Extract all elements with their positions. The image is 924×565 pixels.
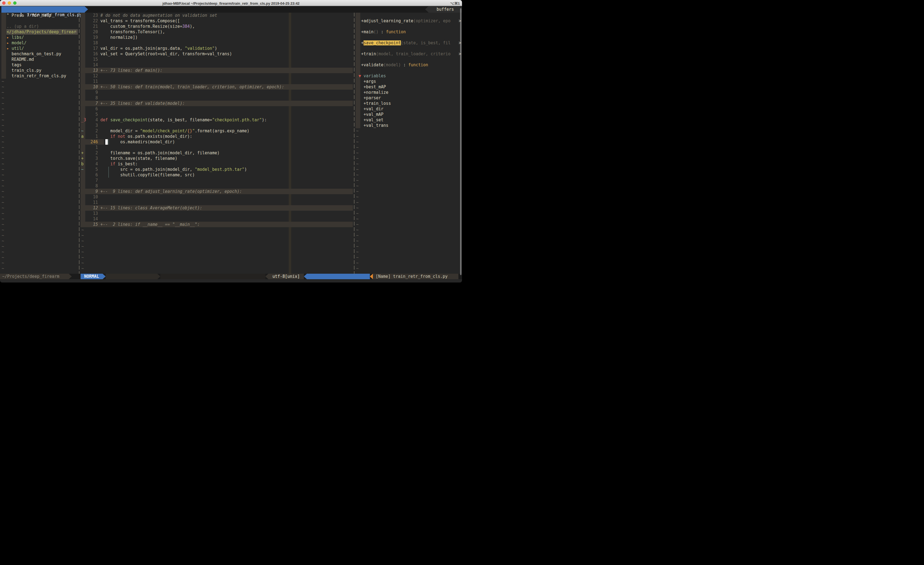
empty-line-tilde: ~ [0, 194, 78, 200]
tree-item[interactable]: train_retr_from_cls.py [0, 73, 78, 79]
tagbar-item[interactable]: +main() : function [356, 29, 462, 35]
empty-line-tilde: ~ [356, 266, 462, 271]
empty-line-tilde: ~ [356, 194, 462, 200]
code-line[interactable]: 17val_dir = os.path.join(args.data, "val… [81, 46, 353, 51]
folded-line[interactable]: 7+-- 35 lines: def validate(model): [81, 101, 353, 106]
window-separator-right[interactable] [353, 13, 356, 274]
folded-line[interactable]: 12+-- 15 lines: class AverageMeter(objec… [81, 205, 353, 211]
empty-line-tilde: ~ [0, 112, 78, 117]
code-line[interactable]: 2+ filename = os.path.join(model_dir, fi… [81, 150, 353, 156]
code-line[interactable]: 2~ model_dir = "model/check_point/{}".fo… [81, 128, 353, 134]
code-line[interactable]: 19 normalize]) [81, 35, 353, 40]
tagbar-item[interactable]: +save_checkpoint(state, is_best, fil> [356, 40, 462, 46]
code-line[interactable]: 15 [81, 57, 353, 62]
code-line[interactable]: 22val_trans = transforms.Compose([ [81, 18, 353, 24]
empty-line-tilde: ~ [81, 227, 353, 233]
code-line[interactable]: 5 [81, 112, 353, 117]
code-line[interactable]: 16val_set = QuerySet(root=val_dir, trans… [81, 51, 353, 57]
folded-line[interactable]: 9+-- 9 lines: def adjust_learning_rate(o… [81, 189, 353, 194]
code-line[interactable]: 13 [81, 211, 353, 216]
empty-line-tilde: ~ [356, 167, 462, 172]
command-line[interactable] [0, 279, 462, 282]
empty-line-tilde: ~ [81, 238, 353, 244]
tree-item[interactable]: ▸ util/ [0, 46, 78, 51]
powerline-arrow-icon [103, 274, 106, 279]
tree-item[interactable]: ▸ libs/ [0, 35, 78, 40]
tree-item[interactable]: ▸ model/ [0, 40, 78, 46]
code-line[interactable]: 10 [81, 194, 353, 200]
tagbar-item[interactable]: +train(model, train_loader, criterio> [356, 51, 462, 57]
code-line[interactable]: 8 [81, 183, 353, 189]
tagbar-item[interactable]: +val_trans [356, 123, 462, 128]
code-line[interactable]: 1 [81, 145, 353, 150]
code-line[interactable]: 4b if is_best: [81, 161, 353, 167]
scrollbar-thumb[interactable] [460, 8, 462, 275]
code-line[interactable]: 20 transforms.ToTensor(), [81, 29, 353, 35]
code-line[interactable]: 5~ src = os.path.join(model_dir, "model_… [81, 167, 353, 172]
code-line[interactable]: 1a if not os.path.exists(model_dir): [81, 134, 353, 139]
window-separator-left[interactable] [78, 13, 81, 274]
folded-line[interactable]: 10+-- 50 lines: def train(model, train_l… [81, 84, 353, 90]
nerdtree-statusline-path: ~/Projects/deep_firearm [0, 274, 69, 279]
code-line[interactable]: 14 [81, 216, 353, 222]
tagbar-item[interactable]: +adjust_learning_rate(optimizer, epo> [356, 18, 462, 24]
empty-line-tilde: ~ [0, 178, 78, 183]
empty-line-tilde: ~ [0, 233, 78, 238]
folded-line[interactable]: 15+-- 2 lines: if __name__ == "__main__"… [81, 222, 353, 227]
code-line[interactable]: 18 [81, 40, 353, 46]
code-line[interactable]: 246 os.makedirs(model_dir) [81, 139, 353, 145]
tree-item[interactable]: tags [0, 62, 78, 68]
code-line[interactable]: 6 [81, 106, 353, 112]
folded-line[interactable]: 13+-- 73 lines: def main(): [81, 68, 353, 73]
powerline-arrow-icon [266, 274, 268, 279]
code-line[interactable]: 12 [81, 73, 353, 79]
code-line[interactable]: 4_3def save_checkpoint(state, is_best, f… [81, 117, 353, 123]
tagbar-item[interactable]: +val_mAP [356, 112, 462, 117]
tagbar-item[interactable]: +best_mAP [356, 84, 462, 90]
empty-line-tilde: ~ [356, 183, 462, 189]
code-editor[interactable]: 23# do not do data augmentation on valid… [81, 13, 353, 274]
tab-train-retr-from-cls[interactable]: 1. train_retr_from_cls.py [2, 6, 85, 13]
tagbar-item[interactable]: +train_loss [356, 101, 462, 106]
tree-item[interactable]: README.md [0, 57, 78, 62]
code-line[interactable]: 11 [81, 79, 353, 84]
tree-item[interactable]: benchmark_on_test.py [0, 51, 78, 57]
code-line[interactable]: 14 [81, 62, 353, 68]
code-line[interactable]: 3+ torch.save(state, filename) [81, 156, 353, 161]
tagbar-item[interactable]: +args [356, 79, 462, 84]
tagbar-item[interactable]: +parser [356, 95, 462, 101]
code-line[interactable]: 9 [81, 90, 353, 95]
empty-line-tilde: ~ [0, 172, 78, 178]
powerline-arrow-icon [157, 274, 160, 279]
code-line[interactable]: 11 [81, 200, 353, 205]
buffers-label[interactable]: buffers [429, 6, 462, 13]
tagbar-item[interactable]: +val_set [356, 117, 462, 123]
gutter-sign: ~ [81, 167, 84, 172]
empty-line-tilde: ~ [0, 79, 78, 84]
empty-line-tilde: ~ [81, 266, 353, 271]
tree-item[interactable]: .. (up a dir) [0, 24, 78, 29]
empty-line-tilde: ~ [0, 90, 78, 95]
code-line[interactable]: 8 [81, 95, 353, 101]
empty-line-tilde: ~ [356, 139, 462, 145]
empty-line-tilde: ~ [0, 128, 78, 134]
empty-line-tilde: ~ [0, 156, 78, 161]
empty-line-tilde: ~ [0, 123, 78, 128]
code-line[interactable]: 7 [81, 178, 353, 183]
tagbar-item[interactable]: +val_dir [356, 106, 462, 112]
code-line[interactable]: 3 [81, 123, 353, 128]
empty-line-tilde: ~ [0, 249, 78, 255]
empty-line-tilde: ~ [356, 200, 462, 205]
tagbar-item[interactable]: +normalize [356, 90, 462, 95]
code-line[interactable]: 21 custom_transform.Resize(size=384), [81, 24, 353, 29]
tagbar-item[interactable]: +validate(model) : function [356, 62, 462, 68]
empty-line-tilde: ~ [0, 145, 78, 150]
tree-item[interactable]: " Press ? for help [0, 13, 78, 18]
code-line[interactable]: 23# do not do data augmentation on valid… [81, 13, 353, 18]
tree-item[interactable]: train_cls.py [0, 68, 78, 73]
tagbar-kind-header[interactable]: ▼ variables [356, 73, 462, 79]
empty-line-tilde: ~ [356, 205, 462, 211]
code-line[interactable]: 6 shutil.copyfile(filename, src) [81, 172, 353, 178]
tree-root-item[interactable]: </jdhao/Projects/deep_firear› [0, 29, 78, 35]
empty-line-tilde: ~ [81, 244, 353, 249]
